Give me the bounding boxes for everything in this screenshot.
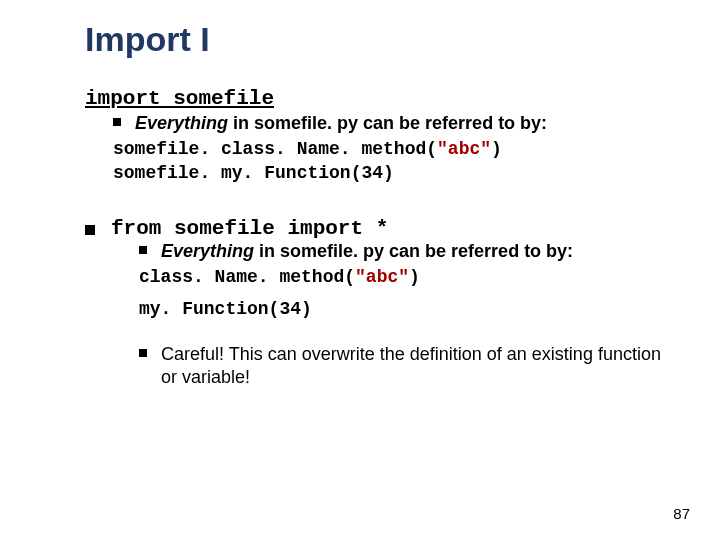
bullet-item: Everything in somefile. py can be referr…	[139, 240, 670, 263]
page-number: 87	[673, 505, 690, 522]
import-statement: import somefile	[85, 87, 670, 110]
code-seg: somefile. class. Name. method(	[113, 139, 437, 159]
code-line: somefile. my. Function(34)	[113, 161, 670, 185]
code-seg: somefile. my. Function(34)	[113, 163, 394, 183]
bullet-item: Careful! This can overwrite the definiti…	[139, 343, 670, 388]
bullet-rest: in somefile. py can be referred to by:	[228, 113, 547, 133]
square-bullet-icon	[113, 118, 121, 126]
from-import-statement: from somefile import *	[111, 217, 388, 240]
code-seg: my. Function(34)	[139, 299, 312, 319]
code-line: class. Name. method("abc")	[139, 265, 670, 289]
bullet-text: Everything in somefile. py can be referr…	[135, 112, 547, 135]
square-bullet-icon	[85, 225, 95, 235]
code-seg: )	[409, 267, 420, 287]
code-string: "abc"	[355, 267, 409, 287]
slide: Import I import somefile Everything in s…	[0, 0, 720, 540]
square-bullet-icon	[139, 246, 147, 254]
slide-title: Import I	[85, 20, 670, 59]
code-line: somefile. class. Name. method("abc")	[113, 137, 670, 161]
warning-text: Careful! This can overwrite the definiti…	[161, 343, 670, 388]
code-line: my. Function(34)	[139, 297, 670, 321]
code-seg: class. Name. method(	[139, 267, 355, 287]
bullet-emph: Everything	[161, 241, 254, 261]
bullet-text: Everything in somefile. py can be referr…	[161, 240, 573, 263]
square-bullet-icon	[139, 349, 147, 357]
bullet-item: Everything in somefile. py can be referr…	[113, 112, 670, 135]
code-string: "abc"	[437, 139, 491, 159]
code-seg: )	[491, 139, 502, 159]
bullet-rest: in somefile. py can be referred to by:	[254, 241, 573, 261]
bullet-emph: Everything	[135, 113, 228, 133]
bullet-item: from somefile import *	[85, 217, 670, 240]
